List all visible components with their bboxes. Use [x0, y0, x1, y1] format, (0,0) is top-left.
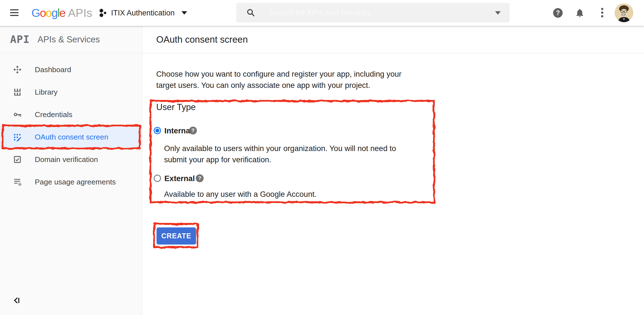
checkbox-icon: [13, 155, 22, 164]
create-button[interactable]: CREATE: [157, 227, 196, 245]
sidebar-item-label: Page usage agreements: [35, 178, 116, 186]
search-input[interactable]: [268, 8, 443, 17]
sidebar-item-label: Domain verification: [35, 155, 98, 164]
top-app-bar: Google APIs ITIX Authentication ?: [0, 0, 644, 26]
search-bar: [236, 3, 510, 22]
logo-suffix: APIs: [68, 6, 92, 20]
external-description: Available to any user with a Google Acco…: [164, 189, 317, 200]
content-header: OAuth consent screen: [142, 26, 644, 53]
logo-letter: G: [31, 6, 40, 20]
radio-external[interactable]: [154, 175, 161, 182]
gcp-console-page: Google APIs ITIX Authentication ?: [0, 0, 644, 315]
overflow-menu-button[interactable]: [601, 8, 603, 17]
consent-screen-icon: [13, 132, 22, 142]
sidebar-item-label: Credentials: [35, 110, 72, 119]
logo-letter: o: [40, 6, 46, 20]
internal-help-icon[interactable]: ?: [189, 127, 197, 134]
logo-letter: e: [59, 6, 65, 20]
sidebar-item-label: Dashboard: [35, 65, 71, 74]
api-product-icon: API: [10, 33, 30, 45]
page-title: OAuth consent screen: [156, 34, 248, 45]
account-avatar[interactable]: [615, 3, 633, 22]
logo-letter: g: [52, 6, 58, 20]
sidebar-item-label: Library: [35, 88, 58, 97]
menu-icon[interactable]: [10, 9, 19, 16]
collapse-sidebar-button[interactable]: [12, 296, 21, 306]
key-icon: [13, 110, 22, 119]
sidebar-header: API APIs & Services: [0, 26, 142, 53]
user-type-heading: User Type: [156, 102, 196, 112]
sidebar-item-label: OAuth consent screen: [35, 133, 108, 141]
notifications-button[interactable]: [575, 8, 585, 19]
search-options-chevron-icon[interactable]: [495, 11, 501, 15]
desc-line: submit your app for verification.: [164, 154, 396, 165]
dashboard-icon: [13, 65, 22, 74]
main-content: OAuth consent screen Choose how you want…: [142, 26, 644, 315]
radio-internal[interactable]: [154, 127, 161, 134]
sidebar: API APIs & Services Dashboard: [0, 26, 142, 315]
radio-external-label[interactable]: External: [164, 174, 195, 183]
project-name: ITIX Authentication: [111, 9, 175, 17]
radio-internal-label[interactable]: Internal: [164, 126, 192, 135]
help-button[interactable]: ?: [553, 8, 563, 18]
desc-line: Only available to users within your orga…: [164, 143, 396, 154]
external-help-icon[interactable]: ?: [196, 174, 204, 182]
collapse-icon: [12, 296, 21, 305]
internal-description: Only available to users within your orga…: [164, 143, 396, 165]
sidebar-item-oauth-consent-screen[interactable]: OAuth consent screen: [0, 126, 142, 148]
library-icon: [13, 87, 22, 97]
logo-letter: o: [46, 6, 52, 20]
sidebar-item-domain-verification[interactable]: Domain verification: [0, 148, 142, 171]
sidebar-item-page-usage-agreements[interactable]: Page usage agreements: [0, 171, 142, 193]
intro-line: target users. You can only associate one…: [156, 80, 401, 91]
project-hexagons-icon: [99, 8, 107, 18]
sidebar-item-library[interactable]: Library: [0, 81, 142, 103]
sidebar-item-credentials[interactable]: Credentials: [0, 103, 142, 126]
sidebar-title: APIs & Services: [38, 35, 100, 45]
logo-letter: l: [57, 6, 59, 20]
intro-text: Choose how you want to configure and reg…: [156, 69, 401, 91]
chevron-down-icon: [181, 11, 187, 15]
search-icon: [246, 8, 255, 17]
project-selector[interactable]: ITIX Authentication: [99, 0, 187, 26]
sidebar-nav: Dashboard Library: [0, 58, 142, 193]
google-apis-logo[interactable]: Google APIs: [31, 0, 92, 26]
intro-line: Choose how you want to configure and reg…: [156, 69, 401, 80]
list-gear-icon: [13, 177, 22, 187]
bell-icon: [575, 8, 585, 18]
desc-line: Available to any user with a Google Acco…: [164, 189, 317, 200]
sidebar-item-dashboard[interactable]: Dashboard: [0, 58, 142, 81]
